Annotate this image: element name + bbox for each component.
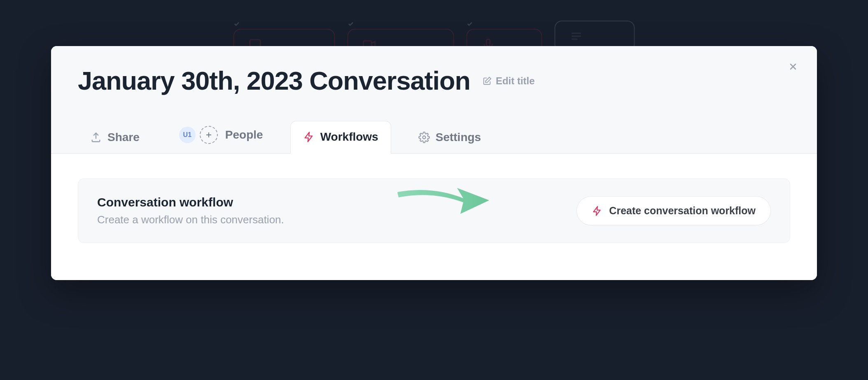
modal-header: January 30th, 2023 Conversation Edit tit… [51, 46, 817, 154]
tab-workflows[interactable]: Workflows [290, 121, 391, 154]
avatar: U1 [179, 127, 196, 143]
close-icon [788, 62, 798, 72]
modal-body: Conversation workflow Create a workflow … [51, 154, 817, 280]
svg-point-3 [422, 136, 425, 139]
plus-icon [205, 131, 212, 139]
close-button[interactable] [785, 58, 801, 75]
create-workflow-button[interactable]: Create conversation workflow [576, 196, 771, 225]
gear-icon [418, 132, 430, 143]
upload-icon [90, 132, 102, 143]
tab-workflows-label: Workflows [320, 130, 378, 144]
tab-share-label: Share [107, 131, 140, 144]
tab-bar: Share U1 People Workflows Settings [78, 116, 790, 153]
tab-people-label: People [225, 128, 263, 141]
bolt-icon [592, 206, 602, 216]
modal-title: January 30th, 2023 Conversation [78, 67, 470, 95]
workflow-card: Conversation workflow Create a workflow … [78, 178, 790, 243]
tab-people[interactable]: U1 People [167, 117, 275, 154]
conversation-settings-modal: January 30th, 2023 Conversation Edit tit… [51, 46, 817, 280]
tab-settings[interactable]: Settings [406, 122, 493, 154]
tab-share[interactable]: Share [78, 122, 152, 154]
edit-title-button[interactable]: Edit title [483, 75, 535, 87]
tab-settings-label: Settings [436, 131, 481, 144]
edit-title-label: Edit title [496, 75, 535, 87]
create-workflow-label: Create conversation workflow [609, 205, 756, 217]
edit-icon [483, 76, 492, 86]
workflow-card-heading: Conversation workflow [97, 195, 284, 209]
workflow-card-subtext: Create a workflow on this conversation. [97, 213, 284, 226]
annotation-arrow [395, 182, 490, 215]
add-person-button[interactable] [200, 126, 218, 144]
bolt-icon [303, 131, 315, 143]
